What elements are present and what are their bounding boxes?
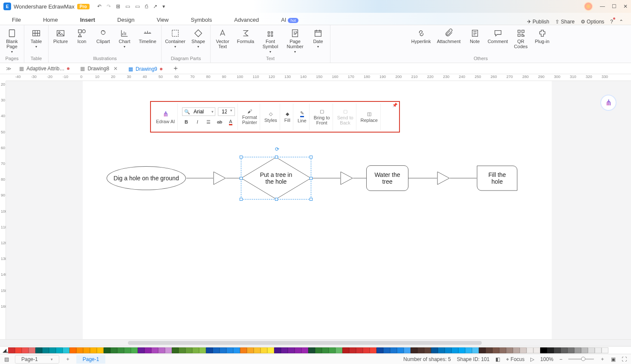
color-swatch[interactable] — [581, 347, 588, 353]
fullscreen-button[interactable]: ⛶ — [622, 356, 627, 362]
doc-tab-3[interactable]: ▦Drawing9 — [123, 63, 168, 74]
color-swatch[interactable] — [383, 347, 390, 353]
add-tab-button[interactable]: ＋ — [168, 64, 183, 73]
bold-button[interactable]: B — [182, 118, 191, 126]
color-swatch[interactable] — [267, 347, 274, 353]
color-swatch[interactable] — [492, 347, 499, 353]
color-swatch[interactable] — [315, 347, 322, 353]
color-swatch[interactable] — [513, 347, 520, 353]
color-swatch[interactable] — [595, 347, 602, 353]
close-button[interactable]: ✕ — [623, 3, 628, 9]
publish-button[interactable]: ✈ Publish — [527, 19, 550, 25]
color-swatch[interactable] — [472, 347, 479, 353]
tab-ai[interactable]: AIhot — [277, 15, 303, 25]
color-swatch[interactable] — [233, 347, 240, 353]
hyperlink-button[interactable]: Hyperlink — [411, 27, 431, 49]
color-swatch[interactable] — [199, 347, 206, 353]
save-button[interactable]: ▭ — [135, 3, 140, 9]
color-swatch[interactable] — [254, 347, 261, 353]
page-number-button[interactable]: Page Number▾ — [285, 27, 305, 54]
color-swatch[interactable] — [179, 347, 185, 353]
font-symbol-button[interactable]: Font Symbol▾ — [260, 27, 281, 54]
color-swatch[interactable] — [533, 347, 540, 353]
color-swatch[interactable] — [356, 347, 363, 353]
color-swatch[interactable] — [151, 347, 158, 353]
qr-codes-button[interactable]: QR Codes — [512, 27, 530, 49]
clipart-button[interactable]: Clipart — [95, 27, 112, 49]
tab-view[interactable]: View — [153, 15, 173, 25]
color-swatch[interactable] — [90, 347, 97, 353]
color-swatch[interactable] — [376, 347, 383, 353]
color-swatch[interactable] — [342, 347, 349, 353]
color-swatch[interactable] — [281, 347, 288, 353]
shape-connector-triangle[interactable] — [340, 171, 353, 185]
color-swatch[interactable] — [22, 347, 29, 353]
color-swatch[interactable] — [240, 347, 247, 353]
color-swatch[interactable] — [97, 347, 104, 353]
color-swatch[interactable] — [261, 347, 267, 353]
options-button[interactable]: ⚙ Options — [581, 19, 605, 25]
shape-document[interactable]: Fill the hole — [477, 165, 518, 191]
timeline-button[interactable]: Timeline — [137, 27, 158, 49]
color-swatch[interactable] — [295, 347, 301, 353]
tab-design[interactable]: Design — [113, 15, 139, 25]
styles-button[interactable]: ◇Styles — [262, 104, 280, 130]
color-swatch[interactable] — [29, 347, 35, 353]
plugin-button[interactable]: Plug-in — [534, 27, 551, 49]
edraw-ai-button[interactable]: ⋔ Edraw AI — [153, 104, 178, 130]
color-swatch[interactable] — [397, 347, 404, 353]
export-button[interactable]: ↗ — [153, 3, 157, 9]
color-swatch[interactable] — [438, 347, 445, 353]
zoom-slider[interactable] — [568, 358, 594, 360]
vector-text-button[interactable]: Vector Text — [214, 27, 231, 54]
color-swatch[interactable] — [124, 347, 131, 353]
resize-handle[interactable] — [275, 156, 278, 159]
share-button[interactable]: ⇪ Share — [555, 19, 574, 25]
icon-button[interactable]: Icon — [73, 27, 90, 49]
layers-button[interactable]: ◧ — [495, 356, 500, 362]
table-button[interactable]: Table▾ — [28, 27, 45, 49]
page-selector[interactable]: Page-1▾ — [15, 355, 59, 364]
italic-button[interactable]: I — [193, 118, 202, 126]
color-swatch[interactable] — [56, 347, 63, 353]
bring-to-front-button[interactable]: ▢Bring to Front — [311, 104, 333, 130]
resize-handle[interactable] — [240, 156, 243, 159]
color-swatch[interactable] — [15, 347, 22, 353]
color-swatch[interactable] — [76, 347, 83, 353]
color-swatch[interactable] — [561, 347, 567, 353]
undo-button[interactable]: ↶ — [97, 3, 101, 9]
color-swatch[interactable] — [527, 347, 533, 353]
picture-button[interactable]: Picture — [52, 27, 69, 49]
zoom-out-button[interactable]: − — [559, 356, 562, 362]
qat-more-button[interactable]: ▾ — [162, 3, 165, 9]
color-swatch[interactable] — [131, 347, 138, 353]
tab-symbols[interactable]: Symbols — [186, 15, 216, 25]
color-swatch[interactable] — [247, 347, 254, 353]
color-swatch[interactable] — [547, 347, 554, 353]
color-swatch[interactable] — [145, 347, 151, 353]
color-swatch[interactable] — [336, 347, 342, 353]
page-tab-active[interactable]: Page-1 — [76, 355, 106, 364]
scrollbar-thumb[interactable] — [128, 341, 482, 345]
close-tab-button[interactable]: ✕ — [113, 66, 118, 72]
color-swatch[interactable] — [288, 347, 295, 353]
minimize-button[interactable]: — — [600, 3, 605, 9]
color-swatch[interactable] — [431, 347, 438, 353]
color-swatch[interactable] — [588, 347, 595, 353]
color-swatch[interactable] — [226, 347, 233, 353]
shape-terminator[interactable]: Dig a hole on the ground — [107, 166, 186, 190]
resize-handle[interactable] — [310, 156, 313, 159]
font-size-input[interactable] — [220, 108, 229, 115]
new-button[interactable]: ⊞ — [116, 3, 120, 9]
comment-button[interactable]: Comment — [488, 27, 508, 49]
container-button[interactable]: Container▾ — [165, 27, 185, 49]
color-swatch[interactable] — [554, 347, 561, 353]
color-swatch[interactable] — [165, 347, 172, 353]
color-swatch[interactable] — [308, 347, 315, 353]
pin-button[interactable]: 📌 — [392, 103, 397, 107]
color-swatch[interactable] — [63, 347, 69, 353]
shape-connector-triangle[interactable] — [213, 171, 226, 185]
color-swatch[interactable] — [404, 347, 411, 353]
color-swatch[interactable] — [220, 347, 226, 353]
shape-connector-triangle[interactable] — [437, 171, 450, 185]
